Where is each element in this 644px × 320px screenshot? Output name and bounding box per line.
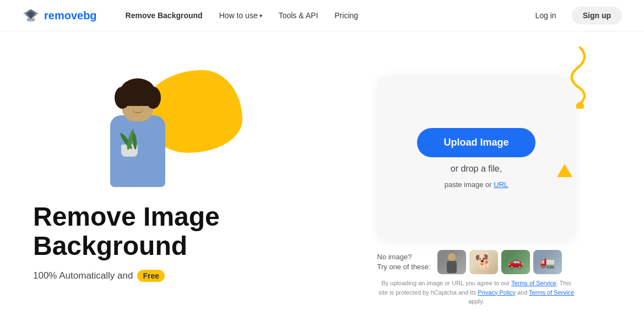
svg-point-3	[576, 102, 584, 109]
squiggle-decoration	[550, 42, 594, 109]
nav-tools-api[interactable]: Tools & API	[272, 7, 325, 24]
car-icon: 🚗	[501, 250, 530, 274]
svg-rect-2	[27, 18, 35, 21]
url-link[interactable]: URL	[494, 180, 508, 189]
hero-person	[88, 76, 187, 191]
sample-thumb-dog[interactable]: 🐕	[469, 250, 498, 274]
paste-url-text: paste image or URL	[445, 180, 508, 189]
hero-image	[77, 65, 253, 191]
samples-row: No image? Try one of these: 🐕 🚗	[377, 250, 576, 274]
terms-row: By uploading an image or URL you agree t…	[377, 279, 576, 306]
hero-title: Remove Image Background	[33, 202, 342, 261]
navbar: removebg Remove Background How to use ▾ …	[0, 0, 644, 31]
nav-remove-background[interactable]: Remove Background	[119, 7, 209, 24]
svg-marker-4	[557, 164, 572, 177]
nav-links: Remove Background How to use ▾ Tools & A…	[119, 7, 527, 24]
no-image-text: No image? Try one of these:	[377, 252, 431, 272]
terms-of-service-link-1[interactable]: Terms of Service	[511, 280, 556, 286]
logo-icon	[22, 8, 40, 23]
nav-pricing[interactable]: Pricing	[328, 7, 365, 24]
login-button[interactable]: Log in	[527, 7, 565, 24]
main-content: Remove Image Background 100% Automatical…	[0, 31, 644, 320]
upload-card: Upload Image or drop a file, paste image…	[377, 76, 576, 241]
thumb-person-figure	[446, 253, 457, 274]
nav-right: Log in Sign up	[527, 7, 622, 24]
signup-button[interactable]: Sign up	[572, 7, 622, 24]
sample-thumbs: 🐕 🚗 🚛	[437, 250, 562, 274]
terms-of-service-link-2[interactable]: Terms of Service	[529, 289, 574, 296]
triangle-decoration	[557, 164, 572, 179]
hero-right: Upload Image or drop a file, paste image…	[342, 31, 611, 306]
dog-icon: 🐕	[469, 250, 498, 274]
hero-subtitle: 100% Automatically and Free	[33, 270, 342, 282]
logo[interactable]: removebg	[22, 8, 97, 23]
privacy-policy-link[interactable]: Privacy Policy	[478, 289, 515, 296]
truck-icon: 🚛	[533, 250, 562, 274]
sample-thumb-car[interactable]: 🚗	[501, 250, 530, 274]
free-badge: Free	[137, 270, 165, 282]
person-figure	[94, 81, 182, 191]
hero-left: Remove Image Background 100% Automatical…	[33, 31, 342, 282]
logo-text: removebg	[44, 9, 97, 22]
sample-thumb-person[interactable]	[437, 250, 466, 274]
sample-thumb-truck[interactable]: 🚛	[533, 250, 562, 274]
nav-how-to-use[interactable]: How to use ▾	[213, 7, 269, 24]
chevron-down-icon: ▾	[259, 13, 262, 19]
upload-image-button[interactable]: Upload Image	[417, 128, 535, 157]
drop-text: or drop a file,	[451, 164, 502, 174]
